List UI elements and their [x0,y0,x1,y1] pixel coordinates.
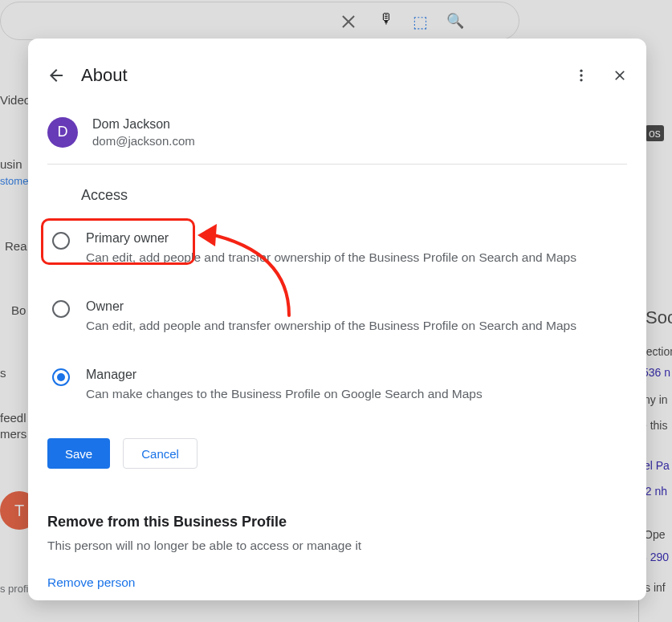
save-button[interactable]: Save [47,438,110,469]
remove-section: Remove from this Business Profile This p… [47,469,627,590]
dialog-title: About [81,65,128,86]
more-options-button[interactable] [571,65,592,86]
option-title: Owner [86,298,627,315]
radio-primary-owner[interactable] [52,232,70,250]
cancel-button[interactable]: Cancel [123,438,198,469]
svg-point-0 [580,70,582,72]
button-row: Save Cancel [47,414,627,469]
kebab-menu-icon [573,67,589,83]
back-arrow-icon [47,66,66,85]
remove-desc: This person will no longer be able to ac… [47,531,627,553]
access-option-owner[interactable]: Owner Can edit, add people and transfer … [47,278,627,347]
dialog-header: About [28,61,646,90]
option-title: Primary owner [86,230,627,247]
option-title: Manager [86,366,627,384]
option-desc: Can edit, add people and transfer owners… [86,249,627,266]
svg-point-2 [580,79,582,81]
option-desc: Can make changes to the Business Profile… [86,385,627,403]
user-row: D Dom Jackson dom@jackson.com [47,90,627,165]
user-name: Dom Jackson [92,116,195,133]
radio-manager[interactable] [52,368,70,386]
close-button[interactable] [609,65,630,86]
about-dialog: About D Dom Jackson dom@jackson.com Acce… [28,39,646,600]
user-email: dom@jackson.com [92,133,195,149]
access-section-label: Access [47,165,627,222]
access-option-manager[interactable]: Manager Can make changes to the Business… [47,347,627,415]
access-option-primary-owner[interactable]: Primary owner Can edit, add people and t… [47,222,627,278]
close-icon [612,67,628,83]
user-avatar: D [47,117,78,148]
svg-point-1 [580,74,582,76]
back-button[interactable] [46,65,67,86]
option-desc: Can edit, add people and transfer owners… [86,317,627,335]
radio-owner[interactable] [52,300,70,318]
remove-title: Remove from this Business Profile [47,514,627,531]
remove-person-link[interactable]: Remove person [47,553,135,590]
